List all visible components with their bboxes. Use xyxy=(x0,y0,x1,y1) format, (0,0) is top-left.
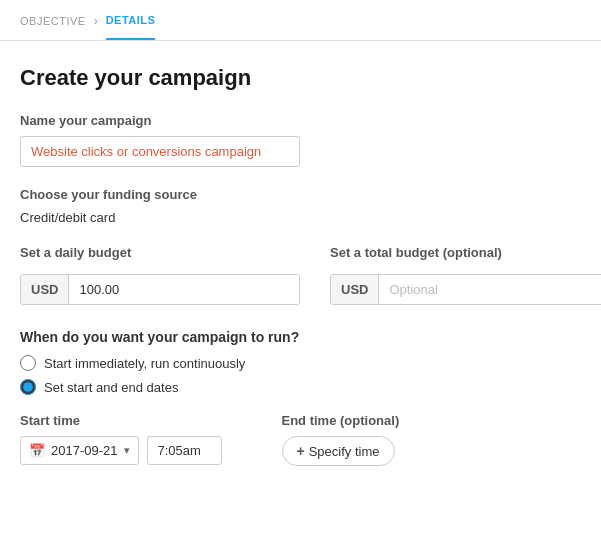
daily-budget-label: Set a daily budget xyxy=(20,245,300,260)
plus-icon: + xyxy=(297,443,305,459)
start-date-picker[interactable]: 📅 2017-09-21 ▾ xyxy=(20,436,139,465)
breadcrumb-chevron: › xyxy=(94,14,98,28)
start-time-label: Start time xyxy=(20,413,222,428)
total-budget-input-wrapper: USD xyxy=(330,274,601,305)
total-budget-input[interactable] xyxy=(379,275,601,304)
calendar-icon: 📅 xyxy=(29,443,45,458)
funding-label: Choose your funding source xyxy=(20,187,581,202)
campaign-run-question: When do you want your campaign to run? xyxy=(20,329,581,345)
run-option-dates[interactable]: Set start and end dates xyxy=(20,379,581,395)
campaign-name-input[interactable] xyxy=(20,136,300,167)
breadcrumb-objective[interactable]: OBJECTIVE xyxy=(20,15,86,39)
end-time-label: End time (optional) xyxy=(282,413,400,428)
run-option-immediately[interactable]: Start immediately, run continuously xyxy=(20,355,581,371)
page-title: Create your campaign xyxy=(20,65,581,91)
start-time-input[interactable] xyxy=(147,436,222,465)
specify-time-label: Specify time xyxy=(309,444,380,459)
total-budget-currency: USD xyxy=(331,275,379,304)
start-time-controls: 📅 2017-09-21 ▾ xyxy=(20,436,222,465)
daily-budget-group: Set a daily budget USD xyxy=(20,245,300,305)
campaign-name-label: Name your campaign xyxy=(20,113,581,128)
funding-section: Choose your funding source Credit/debit … xyxy=(20,187,581,225)
run-option-immediately-label: Start immediately, run continuously xyxy=(44,356,245,371)
run-option-dates-label: Set start and end dates xyxy=(44,380,178,395)
total-budget-group: Set a total budget (optional) USD xyxy=(330,245,601,305)
end-time-group: End time (optional) + Specify time xyxy=(282,413,400,466)
start-date-value: 2017-09-21 xyxy=(51,443,118,458)
funding-value: Credit/debit card xyxy=(20,210,581,225)
specify-time-button[interactable]: + Specify time xyxy=(282,436,395,466)
daily-budget-currency: USD xyxy=(21,275,69,304)
breadcrumb-details[interactable]: DETAILS xyxy=(106,14,156,40)
time-row: Start time 📅 2017-09-21 ▾ End time (opti… xyxy=(20,413,581,466)
campaign-run-section: When do you want your campaign to run? S… xyxy=(20,329,581,395)
run-radio-immediately[interactable] xyxy=(20,355,36,371)
date-chevron-icon: ▾ xyxy=(124,444,130,457)
campaign-run-options: Start immediately, run continuously Set … xyxy=(20,355,581,395)
budget-row: Set a daily budget USD Set a total budge… xyxy=(20,245,581,305)
main-content: Create your campaign Name your campaign … xyxy=(0,41,601,490)
breadcrumb: OBJECTIVE › DETAILS xyxy=(0,0,601,41)
run-radio-dates[interactable] xyxy=(20,379,36,395)
total-budget-label: Set a total budget (optional) xyxy=(330,245,601,260)
end-time-controls: + Specify time xyxy=(282,436,400,466)
daily-budget-input[interactable] xyxy=(69,275,299,304)
daily-budget-input-wrapper: USD xyxy=(20,274,300,305)
start-time-group: Start time 📅 2017-09-21 ▾ xyxy=(20,413,222,465)
